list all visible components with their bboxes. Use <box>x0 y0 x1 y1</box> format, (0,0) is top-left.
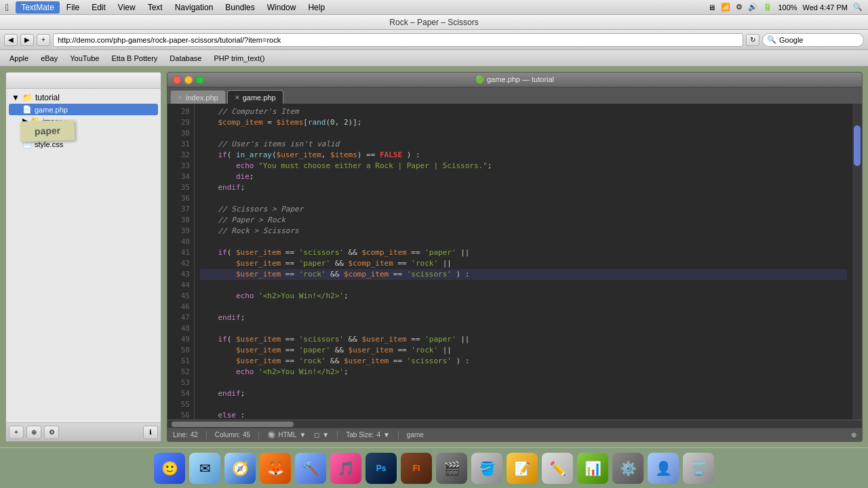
vertical-scrollbar[interactable] <box>852 104 862 420</box>
paper-note: paper <box>20 120 75 142</box>
minimize-button[interactable] <box>184 76 193 84</box>
info-button[interactable]: ℹ <box>143 426 158 439</box>
dock-xcode[interactable]: 🔨 <box>295 453 326 484</box>
settings-button[interactable]: ⚙ <box>44 426 59 439</box>
menu-text[interactable]: Text <box>142 1 168 14</box>
mail-icon: ✉ <box>199 460 211 476</box>
tab-close-game[interactable]: ✕ <box>235 94 240 101</box>
search-icon[interactable]: 🔍 <box>853 3 863 12</box>
status-divider-2 <box>258 431 259 439</box>
trash-bucket-icon: 🪣 <box>479 460 496 476</box>
status-divider-1 <box>206 431 207 439</box>
encoding-status[interactable]: ◻ ▼ <box>314 431 329 439</box>
user-icon: 👤 <box>655 460 672 476</box>
bookmark-database[interactable]: Database <box>164 53 207 64</box>
scrollbar-thumb[interactable] <box>854 125 861 166</box>
trash-icon: 🗑️ <box>690 460 707 476</box>
screen-icon: 🖥 <box>708 3 715 12</box>
context-icon: ⊕ <box>851 431 856 439</box>
syntax-status[interactable]: 🔘 HTML ▼ <box>267 431 306 439</box>
folder-name: tutorial <box>35 93 60 102</box>
close-button[interactable] <box>173 76 181 84</box>
battery-percent: 100% <box>778 3 797 12</box>
address-bar[interactable]: http://demo.com/php-games/rock-paper-sci… <box>53 33 743 47</box>
editor-content[interactable]: 28 29 30 31 32 33 34 35 36 37 38 39 40 4… <box>167 104 862 420</box>
dock-safari[interactable]: 🧭 <box>224 453 256 484</box>
tab-close-index[interactable]: ✕ <box>178 94 183 101</box>
tab-size-status: Tab Size: 4 ▼ <box>346 431 390 439</box>
syntax-icon: 🔘 <box>267 431 275 439</box>
menu-window[interactable]: Window <box>262 1 302 14</box>
dvd-icon: 🎬 <box>443 460 460 476</box>
menu-textmate[interactable]: TextMate <box>16 1 60 14</box>
menu-bar:  TextMate File Edit View Text Navigatio… <box>0 0 868 15</box>
file-game-php[interactable]: 📄 game.php <box>9 104 158 115</box>
editor-statusbar: Line: 42 Column: 45 🔘 HTML ▼ ◻ ▼ Tab Siz… <box>167 428 862 441</box>
encoding-arrow: ▼ <box>322 431 329 439</box>
folder-icon: 📁 <box>22 93 33 102</box>
folder-tutorial[interactable]: ▼ 📁 tutorial <box>9 92 158 104</box>
dock-mail[interactable]: ✉ <box>189 453 220 484</box>
editor-title: 🟢 game.php — tutorial <box>475 75 554 84</box>
bookmark-ebay[interactable]: eBay <box>35 53 63 64</box>
dock-stickies[interactable]: 📝 <box>507 453 538 484</box>
horizontal-scrollbar[interactable] <box>167 420 862 428</box>
context-status: game <box>407 431 424 439</box>
apple-menu[interactable]:  <box>5 2 9 13</box>
editor-titlebar: 🟢 game.php — tutorial <box>167 73 862 87</box>
dock: 🙂 ✉ 🧭 🦊 🔨 🎵 Ps Fl 🎬 🪣 📝 ✏️ 📊 ⚙️ 👤 🗑️ <box>0 447 868 488</box>
tab-game-php[interactable]: ✕ game.php <box>227 90 283 104</box>
back-button[interactable]: ◀ <box>4 34 18 46</box>
scrollbar-h-thumb[interactable] <box>172 422 294 427</box>
menu-bundles[interactable]: Bundles <box>220 1 260 14</box>
dock-user[interactable]: 👤 <box>648 453 679 484</box>
dock-trash[interactable]: 🗑️ <box>683 453 714 484</box>
search-bar[interactable]: 🔍 Google <box>762 33 864 47</box>
sidebar-footer: + ⊕ ⚙ ℹ <box>6 422 161 441</box>
dock-finder[interactable]: 🙂 <box>154 453 185 484</box>
maximize-button[interactable] <box>196 76 204 84</box>
forward-button[interactable]: ▶ <box>20 34 34 46</box>
new-tab-button[interactable]: + <box>37 34 50 46</box>
dock-trash-bucket[interactable]: 🪣 <box>471 453 502 484</box>
dock-photoshop[interactable]: Ps <box>366 453 397 484</box>
menu-navigation[interactable]: Navigation <box>170 1 219 14</box>
numbers-icon: 📊 <box>585 460 601 476</box>
status-divider-4 <box>398 431 399 439</box>
tab-index-php[interactable]: ✕ index.php <box>170 90 226 104</box>
add-file-button[interactable]: + <box>9 426 24 439</box>
refresh-button[interactable]: ↻ <box>746 34 760 46</box>
main-area: paper ▼ 📁 tutorial 📄 game.php ▶ 📁 images <box>0 66 868 447</box>
dock-itunes[interactable]: 🎵 <box>330 453 361 484</box>
status-divider-3 <box>337 431 338 439</box>
add-folder-button[interactable]: ⊕ <box>26 426 41 439</box>
dock-system-prefs[interactable]: ⚙️ <box>612 453 644 484</box>
tab-size-value[interactable]: 4 <box>376 431 380 439</box>
line-status: Line: 42 <box>173 431 198 439</box>
dock-numbers[interactable]: 📊 <box>577 453 608 484</box>
dock-firefox[interactable]: 🦊 <box>260 453 291 484</box>
dock-flash[interactable]: Fl <box>401 453 432 484</box>
finder-icon: 🙂 <box>161 460 178 476</box>
context-icon-btn[interactable]: ⊕ <box>851 431 856 439</box>
dock-pencil[interactable]: ✏️ <box>542 453 573 484</box>
menu-file[interactable]: File <box>61 1 85 14</box>
bookmark-youtube[interactable]: YouTube <box>64 53 104 64</box>
dock-dvd[interactable]: 🎬 <box>436 453 467 484</box>
traffic-lights <box>173 76 204 84</box>
bookmark-apple[interactable]: Apple <box>4 53 34 64</box>
flash-icon: Fl <box>413 464 420 473</box>
tab-size-arrow: ▼ <box>383 431 390 439</box>
tab-label-game: game.php <box>243 94 276 102</box>
menu-help[interactable]: Help <box>302 1 330 14</box>
menu-view[interactable]: View <box>113 1 141 14</box>
menubar-right: 🖥 📶 ⚙ 🔊 🔋 100% Wed 4:47 PM 🔍 <box>708 3 863 12</box>
browser-toolbar: ◀ ▶ + http://demo.com/php-games/rock-pap… <box>0 30 868 50</box>
file-icon-title: 🟢 <box>475 75 485 83</box>
menu-edit[interactable]: Edit <box>86 1 111 14</box>
url-text: http://demo.com/php-games/rock-paper-sci… <box>58 36 281 44</box>
bookmark-etta[interactable]: Etta B Pottery <box>106 53 163 64</box>
bookmark-php[interactable]: PHP trim_text() <box>208 53 270 64</box>
code-area[interactable]: // Computer's Item $comp_item = $items[r… <box>195 104 852 420</box>
col-label: Column: <box>215 431 240 439</box>
